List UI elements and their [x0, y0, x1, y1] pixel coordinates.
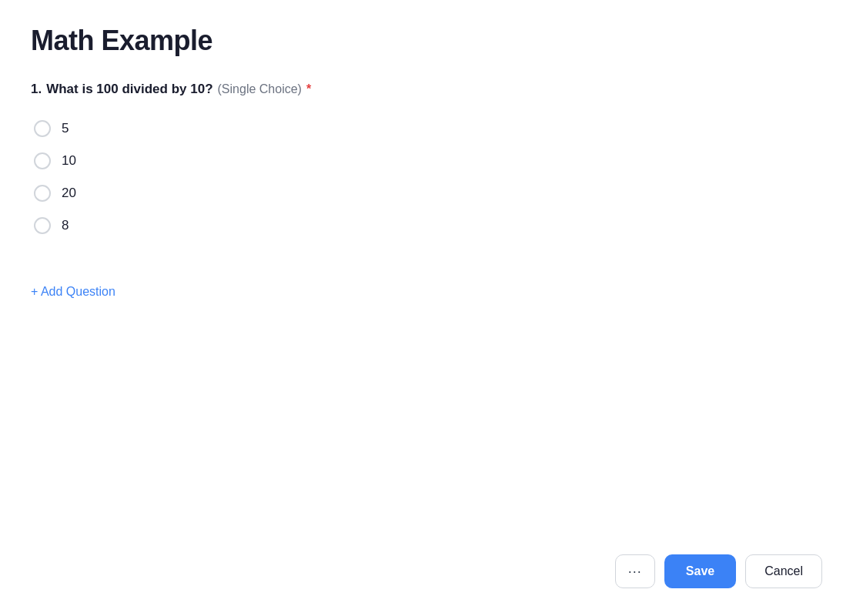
radio-option-4[interactable]: [34, 217, 51, 234]
more-icon: ···: [628, 564, 642, 580]
question-label: 1. What is 100 divided by 10? (Single Ch…: [31, 82, 822, 97]
option-item-1[interactable]: 5: [34, 112, 822, 145]
footer-actions: ··· Save Cancel: [615, 554, 822, 588]
add-question-button[interactable]: + Add Question: [31, 285, 822, 299]
question-section: 1. What is 100 divided by 10? (Single Ch…: [31, 82, 822, 242]
page-title: Math Example: [31, 25, 822, 57]
option-label-3: 20: [62, 186, 76, 201]
question-number: 1.: [31, 82, 42, 97]
required-star: *: [306, 82, 311, 96]
more-options-button[interactable]: ···: [615, 554, 655, 588]
option-item-3[interactable]: 20: [34, 177, 822, 209]
option-label-4: 8: [62, 218, 69, 233]
page-container: Math Example 1. What is 100 divided by 1…: [0, 0, 853, 616]
option-item-2[interactable]: 10: [34, 145, 822, 177]
option-label-1: 5: [62, 121, 69, 136]
save-button[interactable]: Save: [664, 554, 736, 588]
radio-option-2[interactable]: [34, 152, 51, 169]
options-list: 5 10 20 8: [34, 112, 822, 242]
radio-option-3[interactable]: [34, 185, 51, 202]
question-text: What is 100 divided by 10?: [46, 82, 212, 97]
option-label-2: 10: [62, 153, 76, 169]
cancel-button[interactable]: Cancel: [745, 554, 822, 588]
option-item-4[interactable]: 8: [34, 209, 822, 242]
question-type: (Single Choice): [218, 82, 302, 96]
radio-option-1[interactable]: [34, 120, 51, 137]
